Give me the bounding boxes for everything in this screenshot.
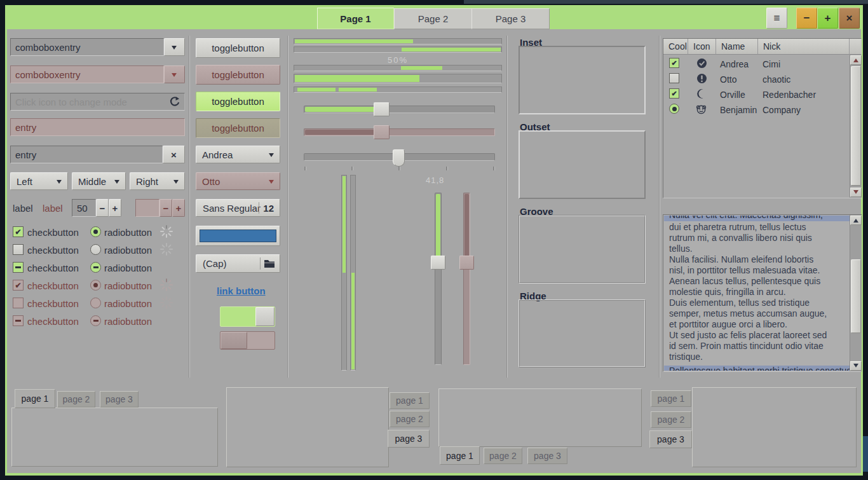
togglebutton-active[interactable]: togglebutton [196, 92, 280, 111]
checkbox-indeterminate[interactable] [13, 262, 24, 273]
indeterminate-mark [93, 320, 98, 322]
notebook1-tab-page1[interactable]: page 1 [15, 389, 55, 408]
notebook3-tab-page1[interactable]: page 1 [440, 446, 480, 465]
checkbutton-label[interactable]: checkbutton [27, 227, 79, 238]
tree-header-cool[interactable]: Cool [663, 39, 688, 55]
combobox-middle[interactable]: Middle [72, 172, 126, 190]
titlebar-tab-page1-label: Page 1 [340, 13, 370, 24]
tab-label: page 3 [534, 451, 561, 461]
checkbox-checked[interactable]: ✔ [13, 226, 24, 237]
combobox-right[interactable]: Right [130, 172, 185, 190]
text-line: dui et pharetra rutrum, tellus lectus [669, 222, 847, 233]
titlebar-tab-page2[interactable]: Page 2 [394, 8, 472, 29]
radio-selected[interactable] [90, 226, 101, 237]
tree-checkbox-unchecked[interactable] [669, 73, 679, 83]
notebook2-tab-page1[interactable]: page 1 [390, 392, 430, 409]
maximize-button[interactable]: + [817, 8, 838, 29]
checkbutton-label[interactable]: checkbutton [27, 263, 79, 273]
tree-checkbox-checked[interactable]: ✔ [669, 88, 679, 99]
tree-cell-nick[interactable]: Company [763, 105, 801, 115]
comboboxentry-disabled-input [10, 65, 164, 83]
vscale-track[interactable] [435, 193, 442, 365]
notebook3-tab-page3[interactable]: page 3 [527, 448, 567, 464]
notebook1-tab-page3[interactable]: page 3 [100, 391, 139, 408]
tree-header-icon[interactable]: Icon [688, 39, 716, 55]
notebook2-tab-page2[interactable]: page 2 [390, 411, 430, 427]
textview[interactable]: Nulla vel elit erat. Maecenas dignissim,… [663, 214, 862, 372]
tree-radio-selected[interactable] [669, 104, 679, 114]
radiobutton-label[interactable]: radiobutton [104, 227, 152, 238]
radio-dot [93, 230, 98, 234]
switch-on[interactable] [220, 306, 275, 327]
header-label: Nick [763, 41, 780, 51]
combobox-value: Andrea [202, 149, 233, 160]
tree-scrollbar[interactable] [850, 55, 862, 198]
text-line: et porttitor augue orci a libero. [669, 319, 847, 330]
notebook4-tab-page3[interactable]: page 3 [649, 430, 692, 448]
radiobutton-label[interactable]: radiobutton [104, 263, 152, 273]
color-button[interactable] [196, 226, 280, 246]
spin-minus-button[interactable]: − [96, 199, 109, 217]
tree-header-nick[interactable]: Nick [758, 39, 850, 55]
scroll-up-button[interactable] [850, 55, 862, 65]
clear-entry-button[interactable]: × [163, 146, 185, 163]
notebook2-tab-page3[interactable]: page 3 [388, 430, 430, 448]
scrollbar-thumb[interactable] [851, 66, 861, 186]
textview-scrollbar[interactable] [850, 215, 862, 371]
tree-cell-nick[interactable]: Cimi [763, 59, 780, 69]
font-button[interactable]: Sans Regular 12 [196, 199, 280, 217]
hscale-marked-handle[interactable] [393, 149, 405, 167]
spin-plus-button[interactable]: + [109, 199, 121, 217]
tree-cell-name[interactable]: Andrea [720, 59, 749, 69]
tree-cell-nick[interactable]: Redenbacher [763, 90, 816, 100]
scroll-up-button[interactable] [850, 216, 862, 225]
notebook3-tab-page2[interactable]: page 2 [484, 448, 522, 464]
text-line: Nulla vel elit erat. Maecenas dignissim, [669, 216, 850, 221]
titlebar-tab-page1[interactable]: Page 1 [317, 8, 394, 29]
scale-fill [436, 194, 440, 257]
notebook4-tab-page1[interactable]: page 1 [651, 390, 691, 407]
tree-checkbox-checked[interactable]: ✔ [669, 58, 679, 68]
combobox-left[interactable]: Left [10, 172, 68, 190]
comboboxentry-dropdown-button[interactable] [164, 38, 185, 56]
tree-header-name[interactable]: Name [716, 39, 758, 55]
scroll-down-button[interactable] [850, 188, 862, 197]
radio-unselected[interactable] [90, 244, 101, 255]
checkbox-unchecked[interactable] [13, 244, 24, 255]
progress-fill [297, 88, 336, 92]
close-button[interactable]: × [839, 8, 860, 29]
radio-dot [93, 283, 98, 287]
radiobutton-label[interactable]: radiobutton [104, 245, 152, 256]
icon-mode-entry[interactable] [10, 93, 185, 111]
notebook3-panel [438, 388, 642, 447]
tree-cell-name[interactable]: Benjamin [720, 105, 757, 115]
column-separator [287, 36, 288, 378]
tree-cell-name[interactable]: Orville [720, 90, 745, 100]
progress-fill [401, 66, 442, 70]
hscale-handle[interactable] [374, 102, 390, 116]
combobox-andrea[interactable]: Andrea [196, 146, 280, 163]
header-label: Cool [668, 41, 687, 51]
entry-with-clear[interactable] [10, 146, 163, 163]
titlebar-tab-page3[interactable]: Page 3 [471, 8, 550, 29]
spinbutton-input[interactable] [72, 199, 96, 217]
scrollbar-thumb[interactable] [851, 259, 861, 333]
scroll-down-button[interactable] [850, 361, 862, 371]
file-chooser-button[interactable]: (Cap) [196, 254, 280, 273]
menu-button[interactable]: ≡ [766, 8, 787, 29]
comboboxentry-input[interactable] [10, 38, 164, 56]
notebook4-tab-page2[interactable]: page 2 [651, 411, 691, 428]
hscale-track[interactable] [304, 106, 495, 113]
checkbutton-label[interactable]: checkbutton [27, 245, 79, 256]
togglebutton-normal[interactable]: togglebutton [196, 38, 280, 58]
radio-selected-disabled [90, 280, 101, 291]
link-button[interactable]: link button [217, 285, 266, 296]
tree-cell-nick[interactable]: chaotic [763, 74, 790, 85]
refresh-icon[interactable] [169, 96, 180, 107]
radio-indeterminate[interactable] [90, 262, 101, 273]
minimize-button[interactable]: − [796, 8, 817, 29]
vscale-handle[interactable] [431, 256, 445, 270]
notebook1-tab-page2[interactable]: page 2 [57, 391, 95, 408]
text-line: Nulla facilisi. Nullam eleifend lobortis [669, 254, 847, 265]
tree-cell-name[interactable]: Otto [720, 74, 736, 85]
